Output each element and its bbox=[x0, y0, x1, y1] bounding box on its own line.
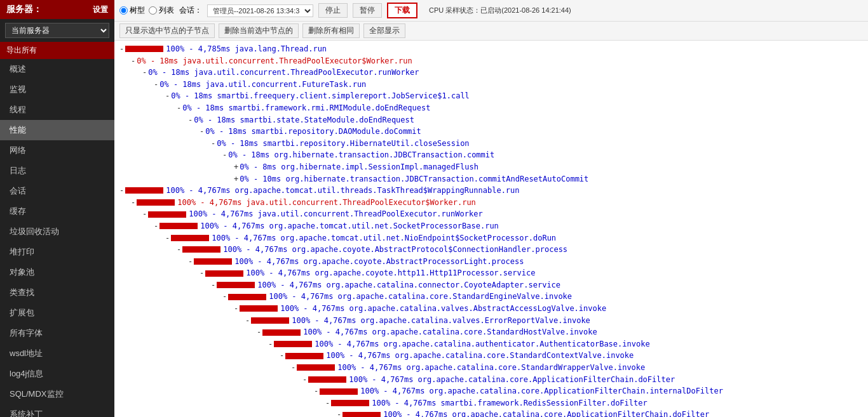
tree-node-text[interactable]: 100% - 4,767ms org.apache.catalina.core.… bbox=[383, 409, 709, 417]
sidebar-nav-item[interactable]: SQL/MDX监控 bbox=[0, 384, 114, 404]
tree-node-text[interactable]: 100% - 4,767ms org.apache.catalina.authe… bbox=[315, 338, 649, 350]
tree-node-text[interactable]: 0% - 18ms java.util.concurrent.ThreadPoo… bbox=[137, 55, 412, 67]
sidebar-nav-item[interactable]: wsdl地址 bbox=[0, 343, 114, 364]
tree-row: - 100% - 4,767ms org.apache.tomcat.util.… bbox=[119, 232, 863, 244]
tree-prefix: - bbox=[234, 303, 238, 315]
tree-row: - 100% - 4,767ms org.apache.tomcat.util.… bbox=[119, 185, 863, 197]
tree-prefix: - bbox=[337, 409, 341, 417]
tree-node-text[interactable]: 100% - 4,767ms org.apache.catalina.valve… bbox=[292, 315, 590, 327]
performance-bar bbox=[228, 294, 266, 300]
performance-bar bbox=[251, 317, 289, 324]
tree-node-text[interactable]: 0% - 18ms smartbi.state.StateModule.doEn… bbox=[194, 114, 414, 126]
tree-row: - 100% - 4,767ms org.apache.coyote.Abstr… bbox=[119, 256, 863, 268]
radio-list-label[interactable]: 列表 bbox=[149, 5, 174, 16]
tree-node-text[interactable]: 100% - 4,767ms org.apache.catalina.core.… bbox=[337, 362, 645, 374]
sidebar-nav-item[interactable]: 缓存 bbox=[0, 201, 114, 222]
sidebar-nav-item[interactable]: 系统补丁 bbox=[0, 404, 114, 417]
tree-row: - 100% - 4,767ms org.apache.catalina.val… bbox=[119, 315, 863, 327]
tree-prefix: - bbox=[188, 256, 193, 268]
tree-node-text[interactable]: 100% - 4,767ms java.util.concurrent.Thre… bbox=[189, 208, 482, 220]
tree-node-text[interactable]: 0% - 18ms smartbi.framework.rmi.RMIModul… bbox=[182, 102, 430, 114]
tree-node-text[interactable]: 0% - 18ms smartbi.repository.DAOModule.d… bbox=[205, 126, 421, 138]
tree-row: - 100% - 4,785ms java.lang.Thread.run bbox=[119, 43, 863, 55]
performance-bar bbox=[137, 199, 175, 206]
pause-button[interactable]: 暂停 bbox=[353, 3, 382, 18]
tree-node-text[interactable]: 100% - 4,785ms java.lang.Thread.run bbox=[166, 43, 327, 55]
export-button[interactable]: 导出所有 bbox=[0, 42, 114, 59]
performance-bar bbox=[159, 223, 198, 229]
radio-tree-label[interactable]: 树型 bbox=[119, 5, 145, 16]
delete-same-button[interactable]: 删除所有相同 bbox=[302, 23, 360, 38]
sidebar-nav-item[interactable]: 垃圾回收活动 bbox=[0, 222, 114, 242]
sidebar-nav-item[interactable]: 扩展包 bbox=[0, 303, 114, 323]
download-button[interactable]: 下载 bbox=[387, 3, 417, 18]
sidebar-nav-item[interactable]: 会话 bbox=[0, 181, 114, 201]
performance-bar bbox=[308, 376, 346, 383]
tree-node-text[interactable]: 0% - 10ms org.hibernate.transaction.JDBC… bbox=[240, 173, 588, 185]
tree-node-text[interactable]: 100% - 4,767ms smartbi.framework.RedisSe… bbox=[372, 397, 647, 409]
sidebar-header: 服务器： 设置 bbox=[0, 0, 114, 19]
tree-node-text[interactable]: 100% - 4,767ms org.apache.catalina.core.… bbox=[349, 374, 675, 386]
tree-node-text[interactable]: 0% - 8ms org.hibernate.impl.SessionImpl.… bbox=[240, 161, 478, 173]
sidebar-nav-item[interactable]: 堆打印 bbox=[0, 242, 114, 262]
tree-prefix: - bbox=[188, 114, 193, 126]
delete-selected-button[interactable]: 删除当前选中节点的 bbox=[219, 23, 299, 38]
tree-prefix: - bbox=[200, 126, 204, 138]
performance-bar bbox=[182, 246, 220, 253]
tree-node-text[interactable]: 100% - 4,767ms org.apache.tomcat.util.ne… bbox=[200, 220, 499, 232]
settings-button[interactable]: 设置 bbox=[93, 4, 108, 15]
tree-node-text[interactable]: 0% - 18ms java.util.concurrent.ThreadPoo… bbox=[148, 67, 419, 79]
tree-row: - 100% - 4,767ms org.apache.catalina.cor… bbox=[119, 374, 863, 386]
tree-node-text[interactable]: 100% - 4,767ms org.apache.catalina.valve… bbox=[280, 303, 606, 315]
performance-bar bbox=[285, 353, 323, 359]
sidebar-nav-item[interactable]: 监视 bbox=[0, 79, 114, 100]
tree-row: - 100% - 4,767ms smartbi.framework.Redis… bbox=[119, 397, 863, 409]
sidebar-nav-item[interactable]: log4j信息 bbox=[0, 364, 114, 384]
radio-list[interactable] bbox=[149, 6, 157, 15]
tree-row: - 0% - 18ms smartbi.framework.rmi.RMIMod… bbox=[119, 102, 863, 114]
performance-bar bbox=[331, 400, 369, 406]
tree-node-text[interactable]: 0% - 18ms java.util.concurrent.FutureTas… bbox=[159, 79, 366, 91]
tree-node-text[interactable]: 0% - 18ms smartbi.repository.HibernateUt… bbox=[217, 138, 469, 150]
tree-node-text[interactable]: 100% - 4,767ms org.apache.catalina.core.… bbox=[326, 350, 634, 362]
tree-row: - 0% - 18ms smartbi.state.StateModule.do… bbox=[119, 114, 863, 126]
performance-bar bbox=[217, 282, 255, 288]
stop-button[interactable]: 停止 bbox=[318, 3, 348, 18]
sidebar-nav-item[interactable]: 所有字体 bbox=[0, 323, 114, 343]
performance-bar bbox=[297, 364, 335, 371]
show-child-button[interactable]: 只显示选中节点的子节点 bbox=[119, 23, 215, 38]
tree-node-text[interactable]: 100% - 4,767ms org.apache.coyote.http11.… bbox=[246, 267, 535, 279]
tree-node-text[interactable]: 100% - 4,767ms org.apache.catalina.core.… bbox=[360, 385, 723, 397]
server-select[interactable]: 当前服务器 bbox=[5, 23, 109, 38]
sidebar-nav-item[interactable]: 概述 bbox=[0, 59, 114, 79]
tree-row: - 100% - 4,767ms org.apache.tomcat.util.… bbox=[119, 220, 863, 232]
tree-row: - 100% - 4,767ms org.apache.catalina.cor… bbox=[119, 362, 863, 374]
sidebar-nav-item[interactable]: 线程 bbox=[0, 100, 114, 120]
tree-node-text[interactable]: 100% - 4,767ms org.apache.catalina.core.… bbox=[269, 291, 572, 303]
sidebar-nav-item[interactable]: 日志 bbox=[0, 161, 114, 181]
tree-node-text[interactable]: 100% - 4,767ms org.apache.coyote.Abstrac… bbox=[223, 244, 567, 256]
performance-bar bbox=[240, 305, 278, 312]
tree-node-text[interactable]: 100% - 4,767ms java.util.concurrent.Thre… bbox=[177, 197, 476, 209]
tree-prefix: + bbox=[234, 173, 238, 185]
tree-node-text[interactable]: 100% - 4,767ms org.apache.tomcat.util.th… bbox=[166, 185, 519, 197]
show-all-button[interactable]: 全部显示 bbox=[363, 23, 405, 38]
session-select[interactable]: 管理员--2021-08-26 13:34:3 bbox=[207, 4, 313, 17]
radio-tree[interactable] bbox=[119, 6, 128, 15]
sidebar-nav-item[interactable]: 类查找 bbox=[0, 282, 114, 303]
tree-node-text[interactable]: 100% - 4,767ms org.apache.catalina.conne… bbox=[257, 279, 560, 291]
tree-row: - 0% - 18ms java.util.concurrent.FutureT… bbox=[119, 79, 863, 91]
tree-node-text[interactable]: 0% - 18ms org.hibernate.transaction.JDBC… bbox=[228, 149, 494, 161]
tree-prefix: - bbox=[154, 79, 158, 91]
tree-prefix: - bbox=[177, 244, 181, 256]
tree-node-text[interactable]: 100% - 4,767ms org.apache.coyote.Abstrac… bbox=[234, 256, 524, 268]
tree-prefix: - bbox=[211, 138, 215, 150]
sidebar-nav-item[interactable]: 网络 bbox=[0, 140, 114, 161]
tree-node-text[interactable]: 0% - 18ms smartbi.freequery.client.simpl… bbox=[171, 90, 470, 102]
tree-row: - 0% - 18ms smartbi.repository.Hibernate… bbox=[119, 138, 863, 150]
sidebar-nav-item[interactable]: 对象池 bbox=[0, 262, 114, 282]
sidebar-nav-item[interactable]: 性能 bbox=[0, 120, 114, 140]
tree-node-text[interactable]: 100% - 4,767ms org.apache.catalina.core.… bbox=[303, 326, 597, 338]
tree-node-text[interactable]: 100% - 4,767ms org.apache.tomcat.util.ne… bbox=[212, 232, 556, 244]
tree-prefix: - bbox=[302, 374, 307, 386]
